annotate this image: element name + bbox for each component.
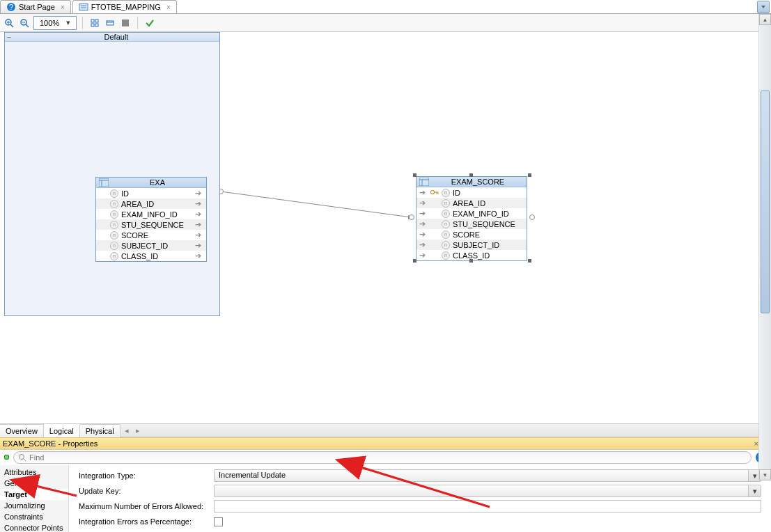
table-icon — [99, 178, 109, 187]
zoom-in-icon[interactable] — [3, 17, 15, 29]
column-row[interactable]: nEXAM_INFO_ID➔ — [96, 209, 206, 219]
svg-rect-15 — [95, 24, 98, 26]
subtab-physical[interactable]: Physical — [80, 424, 120, 437]
toolbar: 100% ▾ — [0, 14, 771, 32]
entity-title: EXAM_SCORE — [432, 178, 524, 186]
input-arrow-icon: ➔ — [419, 219, 428, 228]
column-row[interactable]: ➔nSCORE — [416, 229, 527, 240]
expand-icon[interactable] — [119, 17, 132, 29]
column-row[interactable]: ➔nID — [416, 187, 527, 198]
tab-label: Start Page — [19, 3, 55, 11]
tab-start-page[interactable]: ? Start Page × — [0, 0, 71, 13]
properties-body: AttributesGeneralTargetJournalizingConst… — [0, 465, 771, 532]
subtabs-nav-right[interactable]: ▸ — [133, 426, 143, 435]
svg-rect-20 — [99, 178, 109, 187]
scroll-up-icon[interactable]: ▲ — [759, 14, 771, 25]
column-icon: n — [442, 189, 450, 197]
column-row[interactable]: nSCORE➔ — [96, 230, 206, 240]
subtab-overview[interactable]: Overview — [0, 424, 44, 437]
vertical-scrollbar[interactable]: ▲ ▼ — [758, 14, 771, 480]
input-arrow-icon: ➔ — [419, 198, 428, 208]
selection-handle[interactable] — [528, 173, 531, 177]
column-row[interactable]: ➔nAREA_ID — [416, 198, 527, 208]
input-arrow-icon: ➔ — [419, 240, 428, 249]
column-row[interactable]: nSTU_SEQUENCE➔ — [96, 219, 206, 230]
svg-line-6 — [10, 24, 13, 27]
column-icon: n — [442, 220, 450, 228]
find-bar: ? — [0, 450, 771, 465]
column-row[interactable]: nCLASS_ID➔ — [96, 251, 206, 261]
connector-port[interactable] — [409, 214, 414, 220]
zoom-combo[interactable]: 100% ▾ — [33, 16, 77, 30]
sidebar-item-connector-points[interactable]: Connector Points — [0, 522, 68, 532]
column-icon: n — [442, 251, 450, 260]
tab-list-dropdown[interactable] — [757, 1, 770, 13]
tab-label: FTOTBE_MAPPING — [91, 3, 161, 11]
status-indicator — [4, 455, 9, 460]
target-entity-exam-score[interactable]: EXAM_SCORE ➔nID➔nAREA_ID➔nEXAM_INFO_ID➔n… — [416, 176, 527, 261]
source-entity-exa[interactable]: EXA nID➔nAREA_ID➔nEXAM_INFO_ID➔nSTU_SEQU… — [95, 177, 207, 262]
entity-title: EXA — [111, 178, 203, 187]
subtab-logical[interactable]: Logical — [44, 424, 80, 437]
tab-ftotbe-mapping[interactable]: FTOTBE_MAPPING × — [72, 0, 177, 13]
chevron-down-icon[interactable]: ▾ — [63, 18, 73, 27]
update-key-combo[interactable]: ▾ — [214, 485, 761, 497]
column-row[interactable]: nSUBJECT_ID➔ — [96, 240, 206, 251]
errors-pct-checkbox[interactable] — [214, 517, 223, 526]
connector-port[interactable] — [529, 214, 535, 220]
close-icon[interactable]: × — [61, 3, 65, 11]
help-icon: ? — [6, 2, 16, 12]
collapse-icon[interactable] — [104, 17, 116, 29]
integration-type-combo[interactable]: Incremental Update ▾ — [214, 469, 761, 482]
properties-header: EXAM_SCORE - Properties × ▾ — [0, 437, 771, 450]
max-errors-input[interactable] — [214, 500, 761, 513]
fit-icon[interactable] — [88, 17, 101, 29]
entity-header[interactable]: EXA — [96, 178, 206, 188]
column-icon: n — [110, 189, 118, 198]
validate-icon[interactable] — [143, 17, 156, 29]
selection-handle[interactable] — [528, 259, 531, 263]
update-key-value — [215, 485, 748, 496]
column-row[interactable]: ➔nSUBJECT_ID — [416, 240, 527, 250]
sidebar-item-attributes[interactable]: Attributes — [0, 467, 68, 478]
sidebar-item-journalizing[interactable]: Journalizing — [0, 500, 68, 511]
sidebar-item-target[interactable]: Target — [0, 489, 68, 500]
entity-header[interactable]: EXAM_SCORE — [416, 177, 527, 187]
separator — [82, 17, 83, 29]
column-row[interactable]: nID➔ — [96, 188, 206, 198]
collapse-toggle-icon[interactable]: − — [5, 33, 13, 41]
svg-point-26 — [431, 190, 435, 194]
column-name: SCORE — [453, 230, 524, 239]
zoom-out-icon[interactable] — [18, 17, 31, 29]
svg-rect-18 — [122, 19, 129, 26]
selection-handle[interactable] — [413, 173, 416, 177]
column-name: STU_SEQUENCE — [121, 221, 192, 229]
column-row[interactable]: ➔nEXAM_INFO_ID — [416, 208, 527, 219]
mapping-canvas[interactable]: − Default EXA nID➔nAREA_ID➔nEXAM_INFO_ID… — [0, 32, 771, 423]
properties-sidebar: AttributesGeneralTargetJournalizingConst… — [0, 465, 69, 532]
column-row[interactable]: ➔nSTU_SEQUENCE — [416, 219, 527, 229]
max-errors-label: Maximum Number of Errors Allowed: — [79, 502, 210, 510]
mapping-icon — [79, 2, 88, 12]
close-icon[interactable]: × — [166, 3, 171, 11]
find-field[interactable] — [13, 451, 751, 464]
column-name: CLASS_ID — [453, 251, 524, 260]
column-row[interactable]: nAREA_ID➔ — [96, 198, 206, 209]
selection-handle[interactable] — [469, 173, 473, 177]
scroll-down-icon[interactable]: ▼ — [759, 469, 771, 480]
scroll-thumb[interactable] — [761, 91, 770, 313]
default-dataset-container[interactable]: − Default — [4, 32, 220, 316]
svg-rect-23 — [419, 178, 429, 186]
sidebar-item-general[interactable]: General — [0, 478, 68, 489]
selection-handle[interactable] — [413, 259, 416, 263]
selection-handle[interactable] — [469, 259, 473, 263]
column-icon: n — [110, 200, 118, 208]
find-input[interactable] — [29, 453, 747, 462]
svg-rect-2 — [79, 3, 88, 10]
separator — [137, 17, 138, 29]
sidebar-item-constraints[interactable]: Constraints — [0, 511, 68, 522]
svg-line-10 — [26, 24, 29, 27]
chevron-down-icon[interactable]: ▾ — [748, 485, 761, 496]
subtabs-nav-left[interactable]: ◂ — [122, 426, 132, 435]
update-key-label: Update Key: — [79, 487, 210, 495]
